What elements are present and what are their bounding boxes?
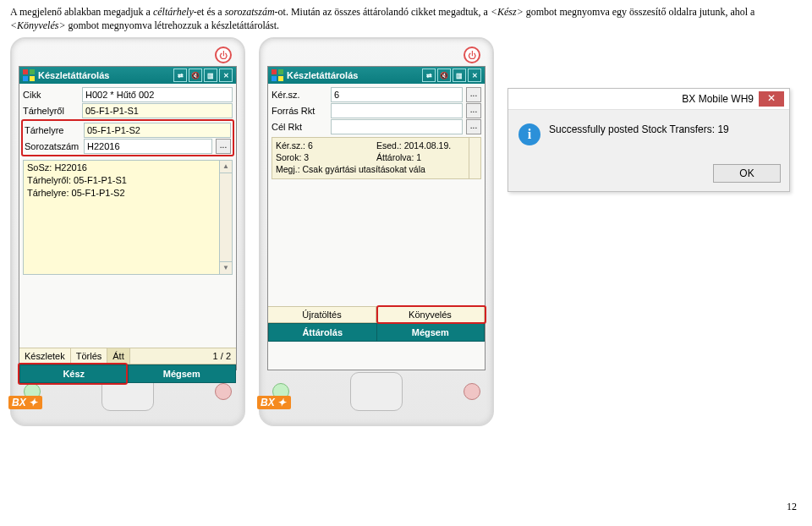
pda-device-2: ⏻ Készletáttárolás ⇄ 🔇 ▥ ✕ Kér.sz. 6 ... (259, 37, 494, 426)
field-cikk[interactable]: H002 * Hűtő 002 (82, 87, 233, 102)
windows-flag-icon (23, 69, 35, 81)
label-kersz: Kér.sz. (272, 90, 327, 100)
list-item: SoSz: H22016 (27, 162, 228, 175)
lookup-button[interactable]: ... (216, 139, 231, 154)
btn-konyveles[interactable]: Könyvelés (376, 307, 485, 322)
btn-ujratoltes[interactable]: Újratöltés (268, 307, 376, 322)
dialog-title: BX Mobile WH9 (513, 93, 759, 105)
highlight-targets: Tárhelyre 05-F1-P1-S2 Sorozatszám H22016… (21, 119, 234, 156)
field-sorozatszam[interactable]: H22016 (84, 139, 212, 154)
message-dialog: BX Mobile WH9 ✕ i Successfully posted St… (508, 88, 790, 192)
scrollbar[interactable] (469, 138, 480, 178)
bx-logo: BX ✦ (8, 396, 42, 409)
close-icon[interactable]: ✕ (468, 68, 481, 82)
btn-kesz[interactable]: Kész (19, 364, 129, 383)
label-cel: Cél Rkt (272, 122, 327, 132)
scroll-down-icon[interactable]: ▼ (220, 261, 232, 274)
field-cel[interactable] (331, 119, 463, 134)
toolbar-mid-2: Újratöltés Könyvelés (268, 306, 485, 323)
app-title: Készletáttárolás (287, 70, 358, 80)
list-item: Tárhelyre: 05-F1-P1-S2 (27, 188, 228, 200)
label-forras: Forrás Rkt (272, 106, 327, 116)
hw-end-icon (215, 383, 232, 400)
label-tarhelyre: Tárhelyre (25, 125, 80, 135)
hw-end-icon (464, 383, 480, 400)
btn-torles[interactable]: Törlés (71, 348, 108, 364)
pda-device-1: ⏻ Készletáttárolás ⇄ 🔇 ▥ ✕ Cikk H002 * H… (10, 37, 245, 426)
label-tarhelyrol: Tárhelyről (23, 106, 79, 116)
info-icon: i (518, 123, 540, 145)
intro-text: A megjelenő ablakban megadjuk a céltárhe… (10, 5, 802, 32)
volume-icon: 🔇 (189, 68, 202, 82)
field-tarhelyre[interactable]: 05-F1-P1-S2 (84, 123, 231, 138)
field-forras[interactable] (331, 103, 463, 118)
power-icon: ⏻ (464, 47, 480, 63)
dialog-message: Successfully posted Stock Transfers: 19 (549, 123, 729, 135)
toolbar-mid: Készletek Törlés Átt 1 / 2 (19, 348, 236, 364)
titlebar-1: Készletáttárolás ⇄ 🔇 ▥ ✕ (19, 67, 236, 84)
field-kersz[interactable]: 6 (331, 87, 463, 102)
status-icon: ⇄ (173, 68, 187, 82)
label-sorozatszam: Sorozatszám (25, 141, 80, 151)
counter: 1 / 2 (208, 348, 236, 364)
close-icon[interactable]: ✕ (219, 68, 233, 82)
status-icon: ⇄ (422, 68, 436, 82)
btn-att[interactable]: Átt (107, 348, 129, 364)
scrollbar[interactable]: ▲ ▼ (219, 160, 233, 275)
lookup-button[interactable]: ... (466, 103, 481, 118)
label-cikk: Cikk (23, 90, 79, 100)
app-title: Készletáttárolás (38, 70, 109, 80)
page-number: 12 (10, 501, 802, 513)
bx-logo: BX ✦ (257, 396, 291, 409)
field-tarhelyrol[interactable]: 05-F1-P1-S1 (82, 103, 233, 118)
windows-flag-icon (272, 69, 283, 81)
battery-icon: ▥ (453, 68, 466, 82)
volume-icon: 🔇 (437, 68, 451, 82)
battery-icon: ▥ (204, 68, 217, 82)
dialog-close-button[interactable]: ✕ (759, 91, 784, 107)
summary-panel: Kér.sz.: 6Esed.: 2014.08.19. Sorok: 3Átt… (272, 137, 481, 179)
item-list[interactable]: SoSz: H22016 Tárhelyről: 05-F1-P1-S1 Tár… (23, 160, 233, 275)
dpad (350, 372, 403, 411)
scroll-up-icon[interactable]: ▲ (220, 161, 232, 173)
btn-attarolas[interactable]: Áttárolás (268, 323, 377, 342)
ok-button[interactable]: OK (713, 164, 781, 183)
power-icon: ⏻ (215, 47, 232, 63)
btn-keszletek[interactable]: Készletek (19, 348, 71, 364)
lookup-button[interactable]: ... (466, 87, 481, 102)
btn-megsem[interactable]: Mégsem (129, 364, 237, 383)
btn-megsem[interactable]: Mégsem (377, 323, 486, 342)
list-item: Tárhelyről: 05-F1-P1-S1 (27, 175, 228, 188)
lookup-button[interactable]: ... (466, 119, 481, 134)
titlebar-2: Készletáttárolás ⇄ 🔇 ▥ ✕ (268, 67, 485, 84)
